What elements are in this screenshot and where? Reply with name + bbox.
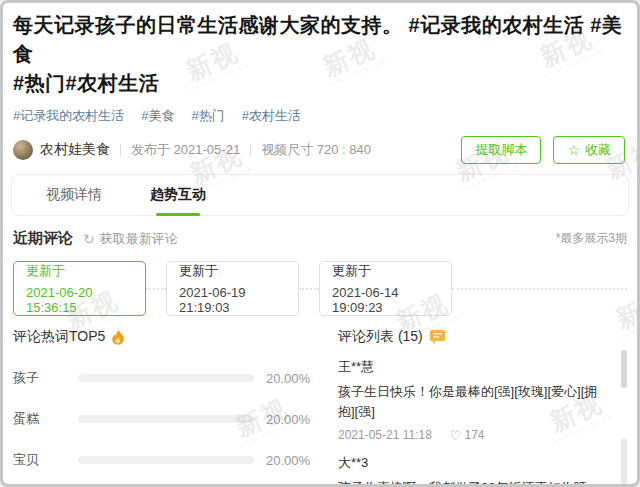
- comment-scrollbar: [621, 350, 627, 487]
- comment-user: 大**3: [338, 454, 609, 472]
- comment-text: 孩子你真棒啊，我都做了30年饭还不如你呀，孩子你太厉害了。: [338, 478, 609, 487]
- comment-list-head: 评论列表 (15): [338, 328, 627, 346]
- hot-word-percent: 20.00%: [266, 453, 310, 468]
- tab-video-detail[interactable]: 视频详情: [46, 175, 102, 215]
- title-line-1: 每天记录孩子的日常生活感谢大家的支持。 #记录我的农村生活 #美食: [13, 11, 625, 69]
- scrollbar-track[interactable]: [621, 438, 627, 487]
- dotted-connector: [299, 288, 319, 290]
- hot-word-row: 宝贝 20.00%: [13, 451, 328, 469]
- refresh-label: 获取最新评论: [100, 230, 178, 248]
- hot-word-bar: [78, 374, 254, 382]
- update-card-1[interactable]: 更新于 2021-06-20 15:36:15: [13, 261, 146, 316]
- star-icon: ☆: [567, 143, 580, 157]
- update-card-2-datetime: 2021-06-19 21:19:03: [179, 285, 286, 315]
- comment-item: 大**3 孩子你真棒啊，我都做了30年饭还不如你呀，孩子你太厉害了。 2021-…: [338, 454, 627, 487]
- heart-icon: ♡: [450, 429, 462, 442]
- video-detail-panel: 每天记录孩子的日常生活感谢大家的支持。 #记录我的农村生活 #美食 #热门#农村…: [0, 0, 640, 487]
- comment-like-count: 174: [465, 428, 485, 442]
- tab-video-detail-label: 视频详情: [46, 186, 102, 204]
- comment-list-panel: 评论列表 (15) 王**慧 孩子生日快乐！你是最棒的[强][玫瑰][爱心][拥…: [328, 328, 627, 487]
- comment-meta: 2021-05-21 11:18 ♡ 174: [338, 428, 609, 442]
- update-card-3[interactable]: 更新于 2021-06-14 19:09:23: [319, 261, 452, 316]
- hashtag-2[interactable]: #美食: [141, 107, 174, 125]
- header: 每天记录孩子的日常生活感谢大家的支持。 #记录我的农村生活 #美食 #热门#农村…: [3, 3, 637, 164]
- comment-item: 王**慧 孩子生日快乐！你是最棒的[强][玫瑰][爱心][拥抱][强] 2021…: [338, 358, 627, 442]
- author-name[interactable]: 农村娃美食: [40, 141, 110, 159]
- favorite-button[interactable]: ☆ 收藏: [553, 136, 625, 164]
- update-card-1-datetime: 2021-06-20 15:36:15: [26, 285, 133, 315]
- update-card-2[interactable]: 更新于 2021-06-19 21:19:03: [166, 261, 299, 316]
- update-card-2-label: 更新于: [179, 262, 286, 280]
- scrollbar-thumb[interactable]: [621, 350, 627, 388]
- main-content: 近期评论 ↻ 获取最新评论 *最多展示3期 更新于 2021-06-20 15:…: [3, 229, 637, 487]
- hot-word-bar: [78, 415, 254, 423]
- dotted-connector: [452, 288, 627, 290]
- two-column-area: 评论热词TOP5 孩子 20.00% 蛋糕 20.00%: [13, 328, 627, 487]
- recent-comments-head: 近期评论 ↻ 获取最新评论 *最多展示3期: [13, 229, 627, 248]
- hashtag-1[interactable]: #记录我的农村生活: [13, 107, 124, 125]
- hot-word-percent: 20.00%: [266, 371, 310, 386]
- comment-likes: ♡ 174: [450, 428, 485, 442]
- hot-words-panel: 评论热词TOP5 孩子 20.00% 蛋糕 20.00%: [13, 328, 328, 487]
- author-row: 农村娃美食 发布于 2021-05-21 视频尺寸 720 : 840 提取脚本…: [13, 136, 625, 164]
- recent-comments-title: 近期评论: [13, 229, 73, 248]
- flame-icon: [112, 330, 125, 345]
- hot-word-label: 蛋糕: [13, 410, 59, 428]
- extract-script-button[interactable]: 提取脚本: [461, 136, 541, 164]
- update-card-3-label: 更新于: [332, 262, 439, 280]
- refresh-icon: ↻: [83, 232, 95, 246]
- comment-list-title: 评论列表 (15): [338, 328, 423, 346]
- avatar[interactable]: [13, 140, 33, 160]
- update-card-1-label: 更新于: [26, 262, 133, 280]
- page-title: 每天记录孩子的日常生活感谢大家的支持。 #记录我的农村生活 #美食 #热门#农村…: [13, 11, 625, 98]
- comment-user: 王**慧: [338, 358, 609, 376]
- divider: [250, 144, 251, 156]
- hot-word-row: 孩子 20.00%: [13, 369, 328, 387]
- hot-word-label: 宝贝: [13, 451, 59, 469]
- dotted-connector: [146, 288, 166, 290]
- hot-word-row: 蛋糕 20.00%: [13, 410, 328, 428]
- hashtag-list: #记录我的农村生活 #美食 #热门 #农村生活: [13, 107, 625, 125]
- divider: [120, 144, 121, 156]
- update-card-3-datetime: 2021-06-14 19:09:23: [332, 285, 439, 315]
- comment-text: 孩子生日快乐！你是最棒的[强][玫瑰][爱心][拥抱][强]: [338, 382, 609, 422]
- publish-date: 发布于 2021-05-21: [131, 141, 240, 159]
- tab-bar: 视频详情 趋势互动: [11, 174, 629, 216]
- refresh-comments-button[interactable]: ↻ 获取最新评论: [83, 230, 178, 248]
- hashtag-3[interactable]: #热门: [191, 107, 224, 125]
- favorite-label: 收藏: [585, 141, 611, 159]
- tab-trend-interaction-label: 趋势互动: [150, 186, 206, 204]
- header-actions: 提取脚本 ☆ 收藏: [461, 136, 625, 164]
- hot-word-bar: [78, 456, 254, 464]
- hot-words-title: 评论热词TOP5: [13, 328, 105, 346]
- tab-trend-interaction[interactable]: 趋势互动: [150, 175, 206, 215]
- comment-time: 2021-05-21 11:18: [338, 428, 432, 442]
- video-size: 视频尺寸 720 : 840: [261, 141, 371, 159]
- hot-word-percent: 20.00%: [266, 412, 310, 427]
- title-line-2: #热门#农村生活: [13, 69, 625, 98]
- hashtag-4[interactable]: #农村生活: [242, 107, 301, 125]
- update-cards-row: 更新于 2021-06-20 15:36:15 更新于 2021-06-19 2…: [13, 261, 627, 316]
- extract-script-label: 提取脚本: [475, 141, 527, 159]
- max-periods-note: *最多展示3期: [556, 230, 627, 247]
- comment-icon: [430, 330, 445, 344]
- hot-word-label: 孩子: [13, 369, 59, 387]
- hot-words-head: 评论热词TOP5: [13, 328, 328, 346]
